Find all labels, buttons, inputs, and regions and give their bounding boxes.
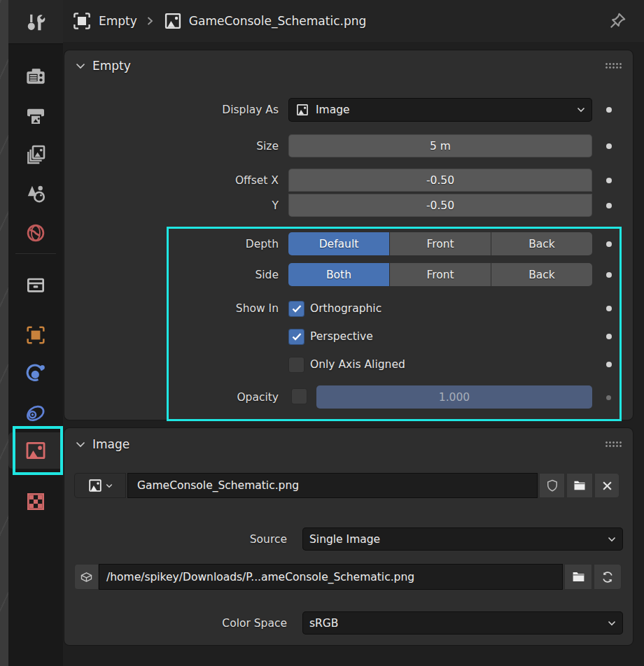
- fake-user-button[interactable]: [539, 473, 565, 498]
- depth-option-default[interactable]: Default: [288, 232, 389, 255]
- decorator-dot[interactable]: [606, 334, 612, 339]
- tab-object[interactable]: [8, 319, 63, 351]
- opacity-checkbox[interactable]: [291, 388, 307, 404]
- unpack-box-icon: [79, 569, 94, 584]
- depth-label: Depth: [64, 238, 279, 250]
- properties-tab-column: [8, 0, 63, 666]
- decorator-dot[interactable]: [606, 107, 612, 113]
- size-row: Size 5 m: [64, 134, 633, 157]
- check-icon: [292, 333, 302, 341]
- only-axis-aligned-label[interactable]: Only Axis Aligned: [310, 358, 405, 371]
- offset-y-row: Y -0.50: [64, 194, 633, 217]
- source-value: Single Image: [309, 533, 380, 546]
- orthographic-label[interactable]: Orthographic: [310, 302, 382, 315]
- tab-output[interactable]: [8, 99, 63, 132]
- view-layer-icon: [24, 143, 47, 166]
- opacity-row: Opacity 1.000: [64, 385, 633, 409]
- show-in-perspective-row: Perspective: [64, 326, 633, 347]
- source-label: Source: [64, 533, 287, 546]
- scene-icon: [24, 183, 47, 205]
- filepath-value: /home/spikey/Downloads/P...ameConsole_Sc…: [106, 571, 414, 583]
- browse-file-button[interactable]: [564, 564, 592, 590]
- chevron-down-icon: [608, 621, 616, 626]
- color-space-value: sRGB: [309, 617, 339, 630]
- tab-tool[interactable]: [8, 6, 63, 38]
- empty-panel-header[interactable]: Empty: [76, 59, 131, 73]
- perspective-label[interactable]: Perspective: [310, 330, 373, 343]
- pin-icon[interactable]: [608, 10, 629, 31]
- decorator-dot[interactable]: [606, 143, 612, 149]
- opacity-label: Opacity: [64, 391, 279, 404]
- tab-world[interactable]: [8, 217, 63, 249]
- image-panel-header[interactable]: Image: [76, 437, 130, 451]
- tab-constraints[interactable]: [8, 357, 63, 389]
- refresh-icon: [601, 570, 615, 584]
- depth-option-back[interactable]: Back: [491, 232, 592, 255]
- display-as-value: Image: [316, 104, 350, 116]
- check-icon: [292, 305, 302, 313]
- filepath-field[interactable]: /home/spikey/Downloads/P...ameConsole_Sc…: [99, 564, 563, 590]
- image-name-field[interactable]: GameConsole_Schematic.png: [127, 473, 538, 498]
- unlink-button[interactable]: [594, 473, 620, 498]
- perspective-checkbox[interactable]: [288, 329, 304, 345]
- drag-handle-icon[interactable]: [605, 441, 622, 447]
- side-row: Side Both Front Back: [64, 263, 633, 286]
- chevron-down-icon: [608, 537, 616, 542]
- side-option-both[interactable]: Both: [288, 263, 389, 286]
- color-space-label: Color Space: [64, 617, 287, 630]
- offset-y-field[interactable]: -0.50: [288, 194, 592, 217]
- tool-icon: [25, 12, 46, 33]
- shield-icon: [545, 479, 559, 493]
- offset-x-row: Offset X -0.50: [64, 169, 633, 192]
- chevron-down-icon: [76, 441, 85, 448]
- tab-view-layer[interactable]: [8, 139, 63, 171]
- opacity-slider[interactable]: 1.000: [316, 385, 592, 409]
- offset-y-label: Y: [64, 199, 279, 212]
- depth-option-front[interactable]: Front: [390, 232, 491, 255]
- output-printer-icon: [24, 104, 47, 127]
- image-panel: Image GameConsole_Schematic.png: [64, 428, 633, 645]
- tab-texture[interactable]: [8, 486, 63, 518]
- breadcrumb-object[interactable]: Empty: [99, 14, 137, 28]
- decorator-dot[interactable]: [606, 306, 612, 311]
- size-label: Size: [64, 140, 279, 153]
- image-browse-button[interactable]: [74, 473, 126, 498]
- breadcrumb-data[interactable]: GameConsole_Schematic.png: [189, 14, 366, 28]
- folder-icon: [573, 479, 587, 493]
- offset-x-field[interactable]: -0.50: [288, 169, 592, 192]
- empty-panel: Empty Display As Image Size 5 m Offset X: [64, 50, 633, 420]
- color-space-dropdown[interactable]: sRGB: [302, 611, 623, 635]
- display-as-dropdown[interactable]: Image: [288, 98, 592, 122]
- size-value: 5 m: [430, 140, 451, 153]
- decorator-dot[interactable]: [606, 272, 612, 278]
- drag-handle-icon[interactable]: [605, 62, 622, 69]
- unpack-button[interactable]: [74, 564, 99, 590]
- offset-y-value: -0.50: [426, 199, 454, 212]
- panel-title: Empty: [92, 59, 131, 73]
- viewport-edge: [0, 0, 8, 666]
- open-image-button[interactable]: [566, 473, 593, 498]
- tab-render[interactable]: [8, 60, 63, 92]
- object-icon: [24, 324, 47, 346]
- size-field[interactable]: 5 m: [288, 134, 592, 157]
- orthographic-checkbox[interactable]: [288, 301, 304, 317]
- decorator-dot[interactable]: [606, 395, 611, 400]
- show-in-orthographic-row: Show In Orthographic: [64, 298, 633, 319]
- tab-scene[interactable]: [8, 178, 63, 210]
- side-option-back[interactable]: Back: [491, 263, 592, 286]
- constraints-icon: [24, 362, 47, 384]
- only-axis-aligned-checkbox[interactable]: [288, 357, 304, 373]
- tab-object-data[interactable]: [8, 432, 63, 469]
- reload-button[interactable]: [594, 564, 622, 590]
- decorator-dot[interactable]: [606, 241, 612, 247]
- decorator-dot[interactable]: [606, 362, 612, 367]
- display-as-row: Display As Image: [64, 98, 633, 122]
- side-option-front[interactable]: Front: [390, 263, 491, 286]
- side-label: Side: [64, 269, 279, 281]
- source-dropdown[interactable]: Single Image: [302, 527, 623, 551]
- decorator-dot[interactable]: [606, 203, 612, 208]
- offset-x-label: Offset X: [64, 174, 279, 187]
- tab-physics[interactable]: [8, 396, 63, 428]
- tab-collection[interactable]: [8, 269, 63, 301]
- decorator-dot[interactable]: [606, 178, 612, 183]
